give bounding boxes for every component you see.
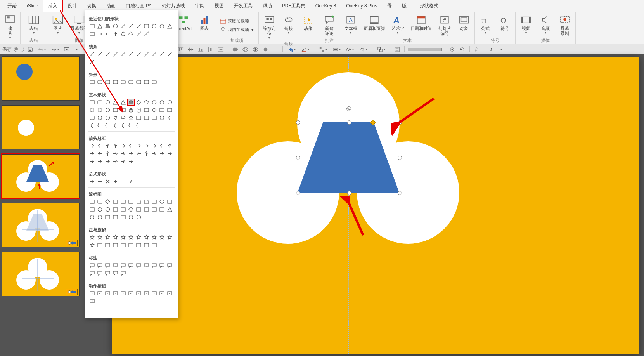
shape-rect[interactable] bbox=[159, 107, 165, 113]
shape-star[interactable] bbox=[89, 242, 95, 248]
my-addins-button[interactable]: 我的加载项▾ bbox=[218, 26, 255, 33]
shape-rect[interactable] bbox=[89, 99, 95, 106]
shape-line[interactable] bbox=[151, 51, 158, 57]
shape-circle[interactable] bbox=[97, 107, 103, 113]
shape-arrowR[interactable] bbox=[97, 158, 103, 165]
align-menu-button[interactable]: ▾ bbox=[317, 45, 329, 53]
shape-line[interactable] bbox=[135, 51, 142, 57]
shape-rect[interactable] bbox=[159, 206, 165, 213]
shape-pent[interactable] bbox=[120, 31, 126, 37]
shape-circle[interactable] bbox=[128, 214, 134, 221]
shape-brace[interactable] bbox=[104, 122, 111, 129]
shape-circle[interactable] bbox=[104, 99, 111, 106]
shape-circle[interactable] bbox=[104, 115, 111, 121]
thumbnail-2[interactable] bbox=[2, 106, 79, 149]
shape-action[interactable] bbox=[128, 290, 134, 297]
shape-star[interactable] bbox=[135, 234, 142, 241]
shape-rect[interactable] bbox=[89, 23, 95, 30]
shape-callout[interactable] bbox=[112, 262, 119, 269]
link-button[interactable]: 链接▾ bbox=[281, 14, 296, 35]
thumbnail-3[interactable] bbox=[2, 155, 79, 198]
shape-paren[interactable] bbox=[166, 115, 173, 121]
shape-action[interactable] bbox=[89, 298, 95, 304]
shape-arrowR[interactable] bbox=[112, 158, 119, 165]
chart-button[interactable]: 图表 bbox=[197, 14, 212, 32]
size-menu-button[interactable]: ▾ bbox=[331, 45, 342, 53]
save-button[interactable] bbox=[26, 45, 34, 53]
shape-diamond[interactable] bbox=[104, 198, 111, 205]
shape-line[interactable] bbox=[120, 51, 126, 57]
shape-arrowR[interactable] bbox=[143, 142, 150, 149]
shape-arrowR[interactable] bbox=[120, 150, 126, 157]
shape-diamond[interactable] bbox=[151, 107, 158, 113]
shape-rrect[interactable] bbox=[151, 79, 158, 85]
shape-rect[interactable] bbox=[120, 214, 126, 221]
shape-arrowU[interactable] bbox=[143, 150, 150, 157]
tab-start[interactable]: 开始 bbox=[2, 0, 22, 12]
redo-button[interactable]: ▾ bbox=[50, 45, 61, 53]
shape-arrowL[interactable] bbox=[135, 150, 142, 157]
shape-line[interactable] bbox=[135, 23, 142, 30]
shape-callout[interactable] bbox=[120, 262, 126, 269]
tab-shape-format[interactable]: 形状格式 bbox=[415, 0, 443, 12]
shape-neq[interactable] bbox=[128, 178, 134, 185]
align-bottom-button[interactable] bbox=[197, 45, 204, 53]
shape-cube[interactable] bbox=[128, 107, 134, 113]
shape-callout[interactable] bbox=[128, 262, 134, 269]
shape-paren[interactable] bbox=[112, 122, 119, 129]
shape-rrect[interactable] bbox=[128, 79, 134, 85]
screen-recording-button[interactable]: 屏幕 录制 bbox=[557, 14, 572, 37]
shape-rect[interactable] bbox=[89, 31, 95, 37]
shape-star[interactable] bbox=[128, 115, 134, 121]
new-comment-button[interactable]: +新建 评论 bbox=[322, 14, 337, 37]
shape-rect[interactable] bbox=[112, 198, 119, 205]
shape-line[interactable] bbox=[89, 51, 95, 57]
shape-action[interactable] bbox=[97, 290, 103, 297]
shape-rect[interactable] bbox=[112, 107, 119, 113]
shape-hex[interactable] bbox=[151, 99, 158, 106]
shape-circle[interactable] bbox=[159, 115, 165, 121]
shape-star[interactable] bbox=[166, 234, 173, 241]
shape-rect[interactable] bbox=[104, 214, 111, 221]
action-button[interactable]: 动作 bbox=[301, 14, 315, 32]
shape-rrect[interactable] bbox=[97, 198, 103, 205]
shape-star[interactable] bbox=[159, 234, 165, 241]
shape-callout[interactable] bbox=[104, 262, 111, 269]
shape-action[interactable] bbox=[151, 290, 158, 297]
datetime-button[interactable]: 日期和时间 bbox=[410, 14, 433, 32]
shape-arrowR[interactable] bbox=[97, 31, 103, 37]
shape-arrowR[interactable] bbox=[89, 142, 95, 149]
shape-arrowR[interactable] bbox=[166, 150, 173, 157]
shape-rrect[interactable] bbox=[97, 99, 103, 106]
tab-master[interactable]: 母 bbox=[382, 0, 397, 12]
shape-circle[interactable] bbox=[112, 23, 119, 30]
shape-arrowR[interactable] bbox=[159, 150, 165, 157]
shape-rect[interactable] bbox=[135, 115, 142, 121]
shape-arrowR[interactable] bbox=[135, 142, 142, 149]
thumbnail-5[interactable] bbox=[2, 252, 79, 296]
shape-brace[interactable] bbox=[97, 122, 103, 129]
shape-line[interactable] bbox=[97, 51, 103, 57]
shape-rect[interactable] bbox=[166, 107, 173, 113]
shape-arrowR[interactable] bbox=[120, 142, 126, 149]
overflow-button[interactable]: ▾ bbox=[497, 45, 505, 53]
shape-arrowL[interactable] bbox=[159, 142, 165, 149]
shape-rect[interactable] bbox=[112, 242, 119, 248]
shape-line[interactable] bbox=[112, 51, 119, 57]
tab-design[interactable]: 设计 bbox=[62, 0, 82, 12]
group-menu-button[interactable]: ▾ bbox=[376, 45, 387, 53]
shape-cyl[interactable] bbox=[135, 107, 142, 113]
table-button[interactable]: 表格 ▾ bbox=[26, 14, 41, 35]
shape-hex[interactable] bbox=[159, 23, 165, 30]
shape-line[interactable] bbox=[166, 51, 173, 57]
shape-action[interactable] bbox=[159, 290, 165, 297]
merge-fragment-button[interactable] bbox=[251, 45, 259, 53]
shape-arrowL[interactable] bbox=[97, 150, 103, 157]
shape-arrowR[interactable] bbox=[128, 158, 134, 165]
new-slide-button[interactable]: 建 片 ▾ bbox=[3, 14, 17, 40]
shape-arrowR[interactable] bbox=[89, 150, 95, 157]
shape-action[interactable] bbox=[89, 290, 95, 297]
shape-circle[interactable] bbox=[89, 107, 95, 113]
tab-insert[interactable]: 插入 bbox=[43, 0, 62, 12]
shape-star[interactable] bbox=[97, 234, 103, 241]
